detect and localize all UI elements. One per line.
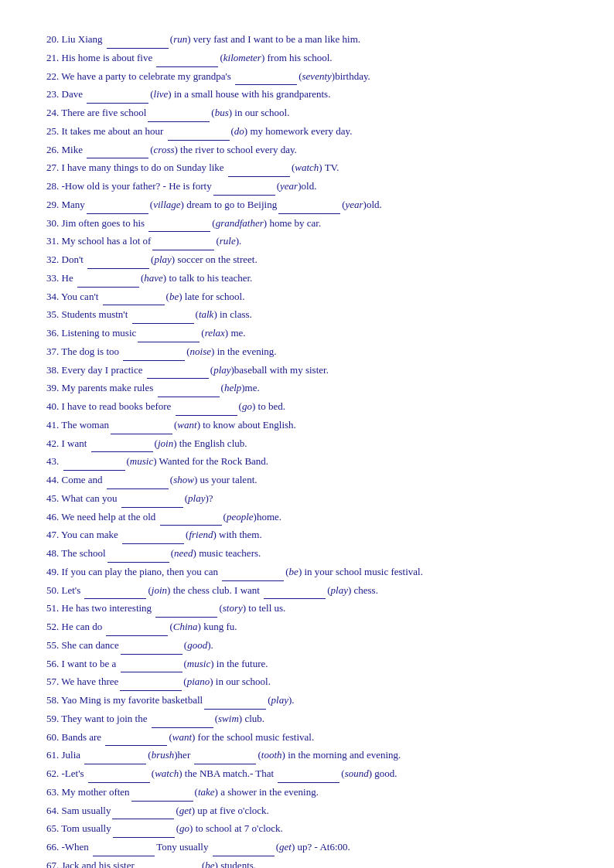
fill-blank [107, 488, 169, 489]
hint-text: piano [187, 676, 210, 687]
list-item: 64. Sam usually(get) up at five o'clock. [46, 802, 568, 820]
list-item: 66. -When Tony usually (get) up? - At6:0… [46, 839, 568, 856]
hint-text: seventy [302, 70, 332, 82]
item-number: 52. [46, 621, 59, 632]
fill-blank [168, 140, 230, 141]
fill-blank [84, 598, 146, 599]
hint-text: watch [295, 162, 319, 173]
fill-blank [111, 434, 172, 434]
list-item: 27. I have many things to do on Sunday l… [46, 159, 568, 177]
list-item: 55. She can dance(good). [46, 637, 568, 655]
list-item: 38. Every day I practice (play)baseball … [46, 362, 568, 380]
item-number: 23. [46, 88, 59, 100]
fill-blank [131, 801, 193, 802]
list-item: 20. Liu Xiang (run) very fast and I want… [46, 31, 568, 49]
fill-blank [155, 617, 217, 618]
list-item: 29. Many(village) dream to go to Beijing… [46, 196, 568, 214]
fill-blank [228, 176, 290, 177]
list-item: 28. -How old is your father? - He is for… [46, 178, 568, 196]
list-item: 65. Tom usually(go) to school at 7 o'clo… [46, 820, 568, 838]
hint-text: want [172, 731, 192, 743]
item-number: 61. [46, 749, 59, 761]
list-item: 49. If you can play the piano, then you … [46, 563, 568, 581]
item-number: 35. [46, 308, 59, 320]
item-number: 67. [46, 859, 59, 868]
hint-text: swim [218, 713, 239, 724]
item-number: 48. [46, 547, 59, 559]
fill-blank [213, 195, 275, 196]
fill-blank [152, 727, 213, 728]
hint-text: music [187, 658, 210, 669]
list-item: 60. Bands are (want) for the school musi… [46, 729, 568, 747]
fill-blank [235, 84, 297, 85]
hint-text: join [158, 437, 173, 449]
list-item: 50. Let's (join) the chess club. I want … [46, 582, 568, 600]
item-number: 45. [46, 492, 59, 504]
hint-text: village [153, 199, 180, 210]
list-item: 32. Don't (play) soccer on the street. [46, 251, 568, 269]
hint-text: kilometer [223, 52, 261, 63]
list-item: 48. The school(need) music teachers. [46, 545, 568, 563]
list-item: 37. The dog is too (noise) in the evenin… [46, 343, 568, 361]
fill-blank [278, 782, 339, 783]
fill-blank [122, 543, 184, 544]
item-number: 50. [46, 584, 59, 596]
fill-blank [158, 397, 220, 397]
item-number: 47. [46, 529, 59, 540]
hint-text: have [144, 272, 163, 284]
hint-text: noise [190, 345, 211, 357]
hint-text: tooth [261, 749, 282, 761]
list-item: 67. Jack and his sister (be) students. [46, 857, 568, 868]
fill-blank [160, 525, 222, 526]
item-number: 24. [46, 107, 59, 118]
list-item: 22. We have a party to celebrate my gran… [46, 68, 568, 86]
hint-text: need [174, 547, 193, 559]
hint-text: year [280, 180, 298, 192]
hint-text: China [173, 621, 198, 632]
item-number: 29. [46, 199, 59, 210]
hint-text: people [227, 511, 254, 523]
hint-text: talk [199, 308, 214, 320]
fill-blank [264, 598, 326, 599]
list-item: 47. You can make (friend) with them. [46, 526, 568, 544]
hint-text: be [169, 291, 179, 302]
list-item: 59. They want to join the (swim) club. [46, 710, 568, 728]
fill-blank [194, 764, 256, 764]
list-item: 34. You can't (be) late for school. [46, 288, 568, 306]
hint-text: want [177, 419, 196, 431]
hint-text: play [271, 694, 288, 706]
item-number: 65. [46, 822, 59, 834]
hint-text: get [179, 805, 192, 816]
item-number: 28. [46, 180, 59, 192]
hint-text: bus [215, 107, 229, 118]
list-item: 21. His home is about five (kilometer) f… [46, 49, 568, 67]
hint-text: play [331, 584, 348, 596]
list-item: 52. He can do (China) kung fu. [46, 618, 568, 636]
fill-blank [148, 121, 210, 122]
list-item: 44. Come and (show) us your talent. [46, 471, 568, 489]
fill-blank [278, 213, 340, 214]
hint-text: good [187, 639, 207, 651]
item-number: 55. [46, 639, 59, 651]
fill-blank [84, 764, 146, 764]
item-number: 39. [46, 382, 59, 393]
item-number: 56. [46, 658, 59, 669]
list-item: 36. Listening to music(relax) me. [46, 325, 568, 342]
item-number: 21. [46, 52, 59, 63]
fill-blank [87, 213, 148, 214]
hint-text: play [213, 364, 230, 376]
fill-blank [147, 378, 209, 379]
list-item: 31. My school has a lot of(rule). [46, 233, 568, 250]
item-number: 38. [46, 364, 59, 376]
hint-text: brush [152, 749, 175, 761]
hint-text: help [224, 382, 241, 393]
list-item: 62. -Let's (watch) the NBA match.- That … [46, 765, 568, 783]
fill-blank [103, 305, 165, 305]
item-number: 63. [46, 786, 59, 798]
fill-blank [87, 268, 149, 269]
fill-blank [213, 856, 275, 856]
fill-blank [156, 66, 218, 67]
hint-text: get [279, 841, 292, 853]
hint-text: take [198, 786, 215, 798]
item-number: 62. [46, 768, 59, 779]
